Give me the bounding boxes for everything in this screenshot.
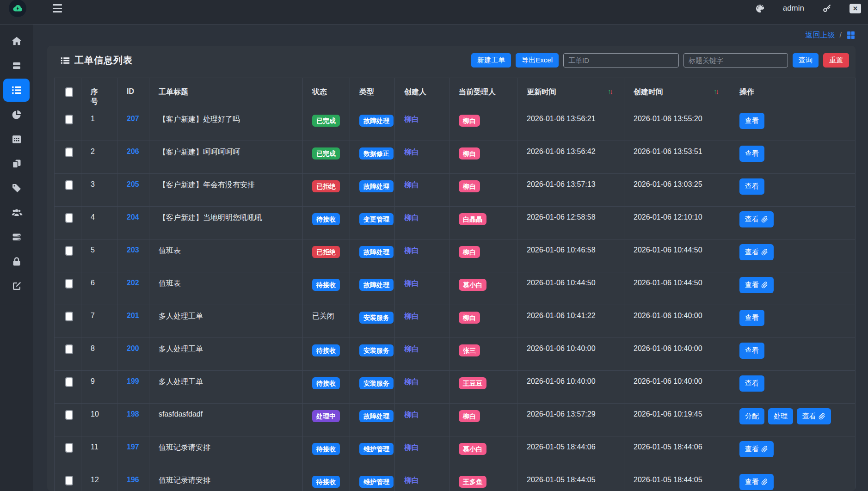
sidebar-item-stack[interactable] [0,53,33,78]
creator-link[interactable]: 柳白 [404,115,419,123]
sidebar-item-statistics[interactable] [0,102,33,127]
row-checkbox[interactable] [65,147,73,157]
seq-value: 4 [91,213,95,221]
select-all-checkbox[interactable] [65,87,73,97]
action-button[interactable]: 查看 [739,474,774,490]
sidebar-item-users[interactable] [0,200,33,225]
row-checkbox[interactable] [65,180,73,190]
assignee-badge: 慕小白 [459,443,486,455]
action-button[interactable]: 查看 [797,408,831,424]
creator-link[interactable]: 柳白 [404,181,419,189]
created-time: 2026-01-06 10:40:00 [634,377,702,385]
creator-link[interactable]: 柳白 [404,279,419,287]
sidebar-item-security[interactable] [0,249,33,274]
order-id-link[interactable]: 198 [127,410,139,418]
order-id-link[interactable]: 206 [127,147,139,155]
row-checkbox[interactable] [65,443,73,453]
sidebar-item-home[interactable] [0,29,33,53]
grid-icon[interactable] [846,31,856,40]
type-badge: 安装服务 [359,312,394,324]
menu-toggle-button[interactable] [53,4,62,12]
cell-seq: 7 [81,305,117,338]
row-checkbox[interactable] [65,279,73,288]
sidebar-item-calendar[interactable] [0,127,33,151]
order-id-link[interactable]: 207 [127,115,139,123]
sidebar-item-tags[interactable] [0,176,33,200]
username[interactable]: admin [783,4,804,13]
action-button[interactable]: 查看 [739,146,764,162]
creator-link[interactable]: 柳白 [404,378,419,386]
row-checkbox[interactable] [65,410,73,420]
row-checkbox[interactable] [65,312,73,321]
action-button[interactable]: 查看 [739,178,764,195]
updated-time: 2026-01-05 18:44:06 [527,443,596,451]
cell-actions: 查看 [730,371,856,404]
table-row: 8200多人处理工单待接收安装服务柳白张三2026-01-06 10:40:00… [55,338,856,371]
sort-control[interactable]: ↑↓ [714,87,718,95]
password-key-icon[interactable] [822,3,832,13]
row-checkbox[interactable] [65,213,73,223]
sort-control[interactable]: ↑↓ [608,87,612,95]
action-button[interactable]: 查看 [739,113,764,129]
sidebar-item-edit[interactable] [0,274,33,298]
app-logo[interactable] [9,0,26,17]
action-button[interactable]: 分配 [739,408,764,424]
cell-checkbox [55,469,81,491]
row-checkbox[interactable] [65,246,73,256]
order-id-link[interactable]: 200 [127,344,139,352]
action-button[interactable]: 查看 [739,244,774,260]
creator-link[interactable]: 柳白 [404,476,419,484]
sidebar-item-documents[interactable] [0,151,33,176]
creator-link[interactable]: 柳白 [404,443,419,451]
creator-link[interactable]: 柳白 [404,148,419,156]
order-id-link[interactable]: 199 [127,377,139,385]
created-time: 2026-01-06 13:55:20 [634,115,702,123]
order-id-link[interactable]: 204 [127,213,139,221]
action-button[interactable]: 查看 [739,375,764,392]
action-button[interactable]: 查看 [739,211,774,227]
row-checkbox[interactable] [65,476,73,485]
action-button[interactable]: 查看 [739,277,774,293]
title-keyword-input[interactable] [683,53,788,68]
order-id-link[interactable]: 203 [127,246,139,254]
updated-time: 2026-01-06 10:44:50 [527,279,596,287]
row-checkbox[interactable] [65,115,73,124]
search-button[interactable]: 查询 [793,53,819,68]
status-badge: 已拒绝 [312,246,340,258]
theme-palette-icon[interactable] [755,3,765,14]
column-header-creator: 创建人 [395,78,449,108]
order-id-link[interactable]: 202 [127,279,139,287]
action-button[interactable]: 处理 [768,408,793,424]
creator-link[interactable]: 柳白 [404,345,419,353]
column-header-label: ID [127,87,134,96]
creator-link[interactable]: 柳白 [404,312,419,320]
creator-link[interactable]: 柳白 [404,246,419,254]
order-id-link[interactable]: 205 [127,180,139,188]
sort-desc-icon[interactable]: ↓ [716,87,718,95]
create-order-button[interactable]: 新建工单 [471,53,511,68]
back-link[interactable]: 返回上级 [806,31,835,40]
cell-assignee: 柳白 [449,404,517,436]
order-id-link[interactable]: 201 [127,312,139,319]
row-checkbox[interactable] [65,377,73,387]
sort-desc-icon[interactable]: ↓ [610,87,612,95]
order-id-link[interactable]: 197 [127,443,139,451]
export-excel-button[interactable]: 导出Excel [516,53,559,68]
created-time: 2026-01-06 10:44:50 [634,279,702,287]
logout-button[interactable]: ✕ [850,4,861,13]
sidebar-item-workorders[interactable] [3,79,30,102]
column-header-label: 操作 [739,87,754,97]
column-header-label: 当前受理人 [459,87,496,97]
order-id-input[interactable] [563,53,679,68]
sidebar-item-servers[interactable] [0,225,33,249]
reset-button[interactable]: 重置 [823,53,849,68]
creator-link[interactable]: 柳白 [404,214,419,221]
creator-link[interactable]: 柳白 [404,411,419,418]
cell-updated: 2026-01-06 10:40:00 [517,338,624,371]
action-button[interactable]: 查看 [739,310,764,326]
row-checkbox[interactable] [65,344,73,354]
action-button-label: 查看 [802,412,816,421]
order-id-link[interactable]: 196 [127,476,139,484]
action-button[interactable]: 查看 [739,441,774,457]
action-button[interactable]: 查看 [739,343,764,359]
